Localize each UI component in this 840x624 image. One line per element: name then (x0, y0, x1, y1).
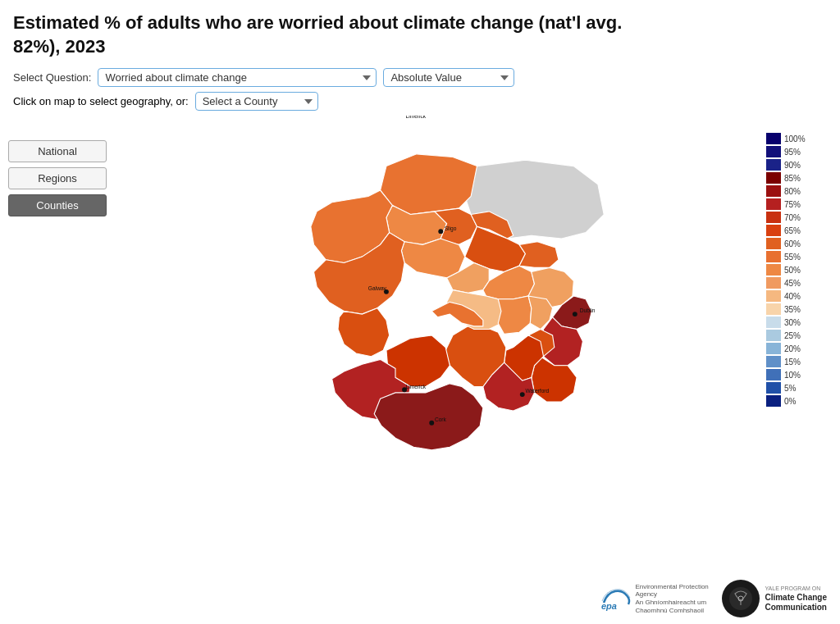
legend-item-40: 40% (766, 289, 806, 303)
legend-label-15: 15% (784, 358, 801, 367)
legend-color-85 (766, 172, 781, 184)
legend-color-10 (766, 369, 781, 380)
question-select[interactable]: Worried about climate change (98, 68, 377, 87)
legend-item-85: 85% (766, 171, 806, 184)
svg-point-0 (573, 312, 578, 317)
map-container[interactable]: Dublin Limerick Limerick Cork Galway Wat… (139, 116, 766, 591)
yale-program-label: YALE PROGRAM ON (765, 585, 827, 592)
legend-label-85: 85% (784, 174, 801, 183)
legend-color-70 (766, 212, 781, 223)
legend-color-0 (766, 395, 781, 407)
main-area: National Regions Counties (0, 116, 840, 591)
legend-item-50: 50% (766, 263, 806, 276)
legend-label-100: 100% (784, 134, 806, 143)
counties-button[interactable]: Counties (8, 194, 107, 216)
legend-label-10: 10% (784, 371, 801, 380)
legend-item-75: 75% (766, 198, 806, 211)
svg-text:Galway: Galway (368, 285, 387, 292)
legend-item-95: 95% (766, 145, 806, 158)
legend-color-15 (766, 356, 781, 367)
legend-label-25: 25% (784, 331, 801, 340)
legend-label-70: 70% (784, 213, 801, 222)
legend-color-75 (766, 198, 781, 210)
legend-item-30: 30% (766, 316, 806, 329)
legend-color-80 (766, 185, 781, 197)
svg-point-15 (729, 587, 752, 610)
legend-color-50 (766, 264, 781, 276)
controls-row-1: Select Question: Worried about climate c… (0, 65, 840, 90)
yale-text: YALE PROGRAM ON Climate ChangeCommunicat… (765, 585, 827, 612)
legend-item-35: 35% (766, 303, 806, 316)
legend-color-30 (766, 317, 781, 328)
legend-color-25 (766, 330, 781, 341)
svg-text:Limerick: Limerick (406, 384, 427, 389)
legend-color-90 (766, 159, 781, 171)
left-panel: National Regions Counties (8, 116, 139, 591)
legend-label-0: 0% (784, 397, 796, 406)
svg-text:Limerick: Limerick (406, 116, 427, 119)
legend-label-95: 95% (784, 148, 801, 157)
legend-color-35 (766, 303, 781, 315)
legend-item-45: 45% (766, 276, 806, 289)
select-question-label: Select Question: (13, 71, 91, 84)
legend-color-45 (766, 277, 781, 289)
epa-text: Environmental Protection Agency An Ghnío… (635, 583, 709, 614)
ireland-map[interactable]: Dublin Limerick Limerick Cork Galway Wat… (223, 116, 682, 591)
yale-circle-icon (722, 580, 760, 617)
legend-label-80: 80% (784, 187, 801, 196)
legend-label-35: 35% (784, 305, 801, 314)
legend-item-70: 70% (766, 211, 806, 224)
legend-item-25: 25% (766, 329, 806, 342)
legend-bar: 100% 95% 90% 85% 80% 75% (766, 132, 806, 408)
legend-item-55: 55% (766, 250, 806, 263)
svg-text:epa: epa (601, 601, 617, 611)
svg-point-9 (520, 392, 525, 397)
value-type-select[interactable]: Absolute Value (383, 68, 514, 87)
national-button[interactable]: National (8, 140, 107, 162)
epa-logo: epa Environmental Protection Agency An G… (600, 583, 709, 614)
legend-color-100 (766, 133, 781, 144)
legend-label-75: 75% (784, 200, 801, 209)
legend-color-40 (766, 290, 781, 302)
legend-label-5: 5% (784, 384, 796, 393)
legend-item-90: 90% (766, 158, 806, 171)
yale-title-label: Climate ChangeCommunication (765, 593, 827, 613)
controls-row-2: Click on map to select geography, or: Se… (0, 90, 840, 116)
legend-item-60: 60% (766, 237, 806, 250)
legend-color-60 (766, 238, 781, 249)
legend-item-10: 10% (766, 368, 806, 381)
legend-color-55 (766, 251, 781, 262)
legend-label-55: 55% (784, 253, 801, 262)
legend-color-5 (766, 382, 781, 394)
legend-label-50: 50% (784, 266, 801, 275)
legend-item-80: 80% (766, 184, 806, 198)
regions-button[interactable]: Regions (8, 167, 107, 189)
legend-container: 100% 95% 90% 85% 80% 75% (766, 116, 840, 591)
svg-text:Dublin: Dublin (580, 307, 596, 313)
footer-logos: epa Environmental Protection Agency An G… (600, 580, 827, 617)
legend-item-5: 5% (766, 381, 806, 394)
svg-text:Waterford: Waterford (525, 388, 549, 394)
svg-point-11 (438, 229, 443, 234)
legend-item-0: 0% (766, 394, 806, 408)
legend-label-40: 40% (784, 292, 801, 301)
legend-label-20: 20% (784, 344, 801, 353)
svg-point-5 (429, 421, 434, 426)
epa-icon: epa (600, 586, 632, 611)
click-map-label: Click on map to select geography, or: (13, 95, 189, 107)
legend-item-65: 65% (766, 224, 806, 237)
yale-logo: YALE PROGRAM ON Climate ChangeCommunicat… (722, 580, 827, 617)
legend-color-20 (766, 343, 781, 354)
legend-item-100: 100% (766, 132, 806, 145)
svg-text:Cork: Cork (435, 417, 447, 422)
legend-item-20: 20% (766, 342, 806, 355)
legend-label-30: 30% (784, 318, 801, 327)
svg-text:Sligo: Sligo (445, 225, 457, 232)
legend-label-60: 60% (784, 239, 801, 248)
yale-svg-icon (724, 582, 757, 615)
legend-label-65: 65% (784, 226, 801, 235)
county-select[interactable]: Select a County (195, 92, 318, 111)
legend-label-45: 45% (784, 279, 801, 288)
legend-item-15: 15% (766, 355, 806, 368)
legend-color-95 (766, 146, 781, 157)
